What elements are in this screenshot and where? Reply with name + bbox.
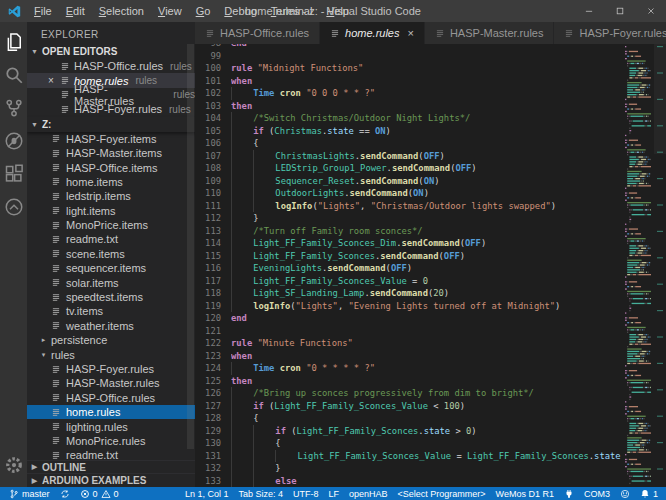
tree-item[interactable]: HASP-Master.items: [27, 146, 195, 160]
git-branch-indicator[interactable]: master: [4, 487, 55, 500]
tree-item[interactable]: light.items: [27, 204, 195, 218]
activity-source-control[interactable]: [4, 98, 24, 118]
tree-item[interactable]: HASP-Office.rules: [27, 391, 195, 405]
tab-home.rules[interactable]: home.rules×: [320, 22, 425, 44]
indentation-setting[interactable]: Tab Size: 4: [233, 487, 288, 500]
tree-item[interactable]: home.items: [27, 175, 195, 189]
folder-section-header[interactable]: ▼ Z:: [27, 117, 195, 132]
tree-item[interactable]: ledstrip.items: [27, 189, 195, 203]
indent-guide: [231, 425, 253, 438]
activity-explorer[interactable]: [4, 32, 24, 52]
line-text: EveningLights.sendCommand(OFF): [231, 262, 623, 275]
serial-port-selector[interactable]: COM3: [579, 487, 615, 500]
tree-item[interactable]: ▾rules: [27, 347, 195, 361]
activity-arduino[interactable]: [4, 197, 24, 217]
tree-item[interactable]: scene.items: [27, 247, 195, 261]
open-editor-item[interactable]: HASP-Office.rulesrules: [27, 59, 195, 73]
minimap[interactable]: [623, 44, 666, 487]
indent-guide: [231, 150, 253, 163]
tree-item[interactable]: home.rules: [27, 405, 195, 419]
file-name: persistence: [51, 334, 107, 346]
open-editor-item[interactable]: HASP-Master.rulesrules: [27, 88, 195, 102]
tree-item[interactable]: speedtest.items: [27, 290, 195, 304]
indent-guide: [231, 400, 253, 413]
tree-item[interactable]: HASP-Foyer.items: [27, 132, 195, 146]
line-text: Light_FF_Family_Sconces_Value = 0: [231, 275, 623, 288]
code-line: 112}: [195, 212, 623, 225]
line-text: if (Light_FF_Family_Sconces.state > 0): [231, 425, 623, 438]
tree-item[interactable]: readme.txt: [27, 448, 195, 460]
tree-item[interactable]: ▸persistence: [27, 333, 195, 347]
indent-guide: [231, 175, 253, 188]
sync-status-button[interactable]: [55, 487, 75, 500]
tree-item[interactable]: lighting.rules: [27, 419, 195, 433]
tree-item[interactable]: solar.items: [27, 275, 195, 289]
line-number: 127: [195, 400, 221, 413]
serial-monitor-button[interactable]: [559, 487, 579, 500]
tree-item[interactable]: weather.items: [27, 319, 195, 333]
eol-setting[interactable]: LF: [324, 487, 345, 500]
activity-extensions[interactable]: [4, 164, 24, 184]
close-button[interactable]: [635, 0, 666, 22]
tree-item[interactable]: HASP-Foyer.rules: [27, 362, 195, 376]
bell-icon: [640, 489, 650, 499]
activity-settings[interactable]: [4, 455, 24, 475]
sidebar-scrollbar[interactable]: [187, 44, 194, 449]
tree-item[interactable]: readme.txt: [27, 232, 195, 246]
section-arduino-examples[interactable]: ▶ARDUINO EXAMPLES: [27, 473, 195, 487]
file-name: HASP-Foyer.items: [66, 133, 156, 145]
programmer-selector[interactable]: <Select Programmer>: [393, 487, 491, 500]
encoding-setting[interactable]: UTF-8: [288, 487, 324, 500]
menu-help[interactable]: Help: [319, 2, 356, 20]
feedback-button[interactable]: [615, 487, 635, 500]
search-icon: [4, 65, 24, 85]
tab-HASP-Office.rules[interactable]: HASP-Office.rules: [195, 22, 320, 44]
menu-edit[interactable]: Edit: [59, 2, 92, 20]
tree-item[interactable]: HASP-Office.items: [27, 160, 195, 174]
tree-item[interactable]: MonoPrice.items: [27, 218, 195, 232]
indent-guide: [253, 462, 275, 475]
tab-HASP-Foyer.rules[interactable]: HASP-Foyer.rules: [554, 22, 666, 44]
file-name: rules: [51, 349, 75, 361]
section-outline[interactable]: ▶OUTLINE: [27, 460, 195, 474]
close-icon[interactable]: ×: [46, 75, 56, 86]
menu-selection[interactable]: Selection: [92, 2, 151, 20]
menu-terminal[interactable]: Terminal: [264, 2, 320, 20]
notifications-button[interactable]: 1: [635, 487, 663, 500]
board-selector[interactable]: WeMos D1 R1: [491, 487, 559, 500]
problems-indicator[interactable]: 00: [75, 487, 124, 500]
code-line: 120end: [195, 312, 623, 325]
tree-item[interactable]: MonoPrice.rules: [27, 434, 195, 448]
tree-item[interactable]: sequencer.items: [27, 261, 195, 275]
indent-guide: [231, 412, 253, 425]
code-line: 117Light_FF_Family_Sconces_Value = 0: [195, 275, 623, 288]
tab-label: HASP-Foyer.rules: [579, 27, 666, 39]
tree-item[interactable]: HASP-Master.rules: [27, 376, 195, 390]
tab-HASP-Master.rules[interactable]: HASP-Master.rules: [425, 22, 555, 44]
menu-view[interactable]: View: [151, 2, 189, 20]
indent-guide: [275, 450, 297, 463]
menu-debug[interactable]: Debug: [217, 2, 263, 20]
line-text: logInfo("Lights", "Evening Lights turned…: [231, 300, 623, 313]
maximize-button[interactable]: [604, 0, 635, 22]
file-name: HASP-Office.rules: [66, 392, 155, 404]
indent-guide: [231, 450, 253, 463]
source-control-icon: [4, 98, 24, 118]
language-mode[interactable]: openHAB: [344, 487, 393, 500]
open-editor-item[interactable]: HASP-Foyer.rulesrules: [27, 102, 195, 116]
indent-guide: [231, 262, 253, 275]
menu-go[interactable]: Go: [189, 2, 218, 20]
file-name: MonoPrice.items: [66, 219, 148, 231]
cursor-position[interactable]: Ln 1, Col 1: [180, 487, 234, 500]
code-editor[interactable]: 98end99100rule "Midnight Functions"101wh…: [195, 44, 666, 487]
activity-search[interactable]: [4, 65, 24, 85]
tree-item[interactable]: tv.items: [27, 304, 195, 318]
close-icon[interactable]: ×: [407, 27, 413, 39]
line-number: 105: [195, 125, 221, 138]
menu-file[interactable]: File: [27, 2, 59, 20]
activity-debug[interactable]: [4, 131, 24, 151]
open-editors-header[interactable]: ▼ OPEN EDITORS: [27, 44, 195, 59]
file-lines-icon: [330, 28, 340, 39]
indent-guide: [231, 287, 253, 300]
minimize-button[interactable]: [573, 0, 604, 22]
